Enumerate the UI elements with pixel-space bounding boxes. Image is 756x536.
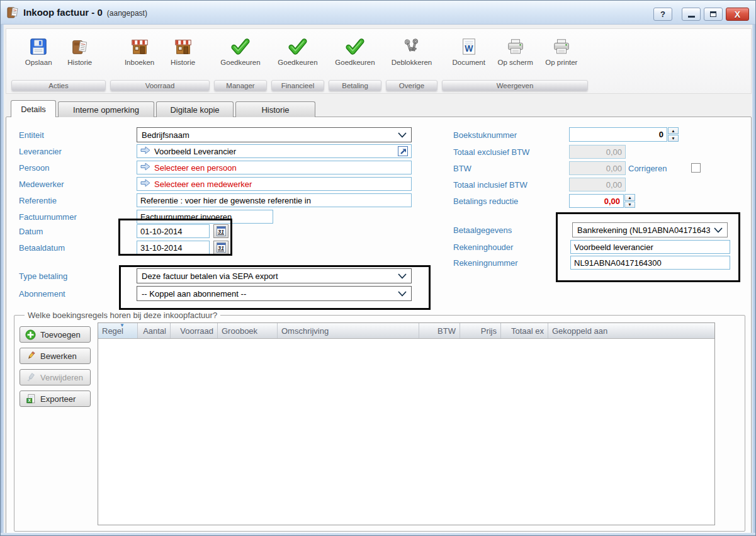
boekingsregels-table: Regel ▼ Aantal Voorraad Grooboek Omschri… [98,322,715,525]
delete-icon [25,372,36,383]
goedkeuren-financieel-button[interactable]: Goedkeuren [276,35,319,68]
document-button[interactable]: W Document [451,35,487,68]
sort-arrow-icon: ▼ [120,323,125,328]
toolbar: Opslaan Historie Acties Inboeken [6,28,752,94]
spin-up-icon[interactable]: ▲ [668,127,679,134]
restore-button[interactable] [704,8,723,21]
tab-digitale-kopie[interactable]: Digitale kopie [156,101,234,117]
goedkeuren-manager-button[interactable]: Goedkeuren [218,35,262,68]
verwijderen-button[interactable]: Verwijderen [20,369,91,385]
toolbar-group-overige: Deblokkeren Overige [386,31,437,91]
title-bar: Inkoop factuur - 0 (aangepast) ? X [1,1,755,25]
betalings-reductie-spinner[interactable]: ▲ ▼ [624,194,635,208]
toolbar-group-label-weergeven: Weergeven [442,80,588,91]
toolbar-group-label-betaling: Betaling [329,80,381,91]
historie-acties-button[interactable]: Historie [65,35,94,68]
word-icon: W [459,37,479,57]
window-document-icon [7,6,18,19]
boekingsregels-groupbox-label: Welke boekingsregels horen bij deze inko… [25,311,220,320]
column-header-totaal-ex[interactable]: Totaal ex [501,323,548,338]
corrigeren-checkbox[interactable] [691,163,701,173]
entiteit-select[interactable]: Bedrijfsnaam [137,127,412,142]
close-button[interactable]: X [726,8,749,21]
column-header-gekoppeld-aan[interactable]: Gekoppeld aan [548,323,714,338]
totaal-inclusief-label: Totaal inclusief BTW [453,178,528,192]
annotation-rect-betaling [119,265,431,310]
op-scherm-button[interactable]: Op scherm [496,35,535,68]
check-icon [345,37,365,57]
toolbar-group-manager: Goedkeuren Manager [214,31,267,91]
op-printer-button[interactable]: Op printer [543,35,579,68]
entiteit-label: Entiteit [19,128,44,142]
store-icon [173,37,193,57]
persoon-label: Persoon [19,161,49,175]
tab-historie[interactable]: Historie [235,101,315,117]
column-header-voorraad[interactable]: Voorraad [171,323,218,338]
link-arrow-icon [140,163,150,173]
tab-strip: Details Interne opmerking Digitale kopie… [11,100,317,117]
spin-down-icon[interactable]: ▼ [668,135,679,142]
boekstuknummer-label: Boekstuknummer [453,128,517,142]
column-header-regel[interactable]: Regel ▼ [98,323,138,338]
save-icon [28,37,48,57]
toolbar-group-financieel: Goedkeuren Financieel [271,31,324,91]
archive-icon [70,37,90,57]
toolbar-group-label-acties: Acties [11,80,106,91]
corrigeren-label: Corrigeren [628,161,667,176]
btw-input: 0,00 [569,161,626,175]
help-button[interactable]: ? [653,8,672,21]
boekstuknummer-input[interactable]: 0 [569,127,667,142]
leverancier-label: Leverancier [19,144,62,159]
table-header-row: Regel ▼ Aantal Voorraad Grooboek Omschri… [98,323,714,339]
boekingsregels-groupbox: Welke boekingsregels horen bij deze inko… [14,315,745,532]
medewerker-field[interactable]: Selecteer een medewerker [137,177,412,191]
historie-voorraad-button[interactable]: Historie [169,35,197,68]
bewerken-button[interactable]: Bewerken [20,348,91,364]
inboeken-button[interactable]: Inboeken [123,35,156,68]
leverancier-field[interactable]: Voorbeeld Leverancier [137,144,412,158]
column-header-omschrijving[interactable]: Omschrijving [278,323,419,338]
toolbar-group-acties: Opslaan Historie Acties [11,31,106,91]
spin-down-icon[interactable]: ▼ [624,202,635,208]
abonnement-label: Abonnement [19,287,65,301]
annotation-rect-dates [118,219,232,256]
excel-icon: X [25,394,36,404]
persoon-field[interactable]: Selecteer een persoon [137,161,412,174]
datum-label: Datum [19,224,43,239]
window-frame [1,25,4,535]
deblokkeren-button[interactable]: Deblokkeren [390,35,434,68]
column-header-prijs[interactable]: Prijs [460,323,501,338]
restore-icon [710,11,716,17]
toolbar-group-weergeven: W Document Op scherm Op printer [442,31,588,91]
tab-details[interactable]: Details [11,100,56,117]
rekeningnummer-label: Rekeningnummer [453,256,518,270]
factuurnummer-label: Factuurnummer [19,210,77,224]
open-external-icon[interactable] [398,146,408,156]
spin-up-icon[interactable]: ▲ [624,194,635,201]
svg-text:W: W [465,43,473,54]
minimize-button[interactable] [682,8,701,21]
check-icon [288,37,308,57]
goedkeuren-betaling-button[interactable]: Goedkeuren [333,35,376,68]
betalings-reductie-label: Betalings reductie [453,194,518,208]
referentie-label: Referentie [19,193,57,208]
add-icon [25,329,36,340]
minimize-icon [688,16,695,18]
betaaldatum-label: Betaaldatum [19,241,65,255]
link-arrow-icon [140,179,150,189]
column-header-aantal[interactable]: Aantal [138,323,171,338]
link-arrow-icon [140,146,150,156]
betalings-reductie-input[interactable]: 0,00 [569,194,624,208]
opslaan-button[interactable]: Opslaan [23,35,54,68]
tab-interne-opmerking[interactable]: Interne opmerking [58,101,154,117]
exporteer-button[interactable]: X Exporteer [20,391,91,407]
column-header-btw[interactable]: BTW [419,323,460,338]
boekstuknummer-spinner[interactable]: ▲ ▼ [668,127,679,142]
toolbar-group-voorraad: Inboeken Historie Voorraad [110,31,210,91]
toolbar-group-label-financieel: Financieel [271,80,324,91]
column-header-grooboek[interactable]: Grooboek [218,323,278,338]
toevoegen-button[interactable]: Toevoegen [20,326,91,343]
details-panel: Entiteit Leverancier Persoon Medewerker … [6,117,752,534]
referentie-input[interactable]: Referentie : voer hier de gewenste refer… [137,193,412,207]
type-betaling-label: Type betaling [19,269,67,283]
